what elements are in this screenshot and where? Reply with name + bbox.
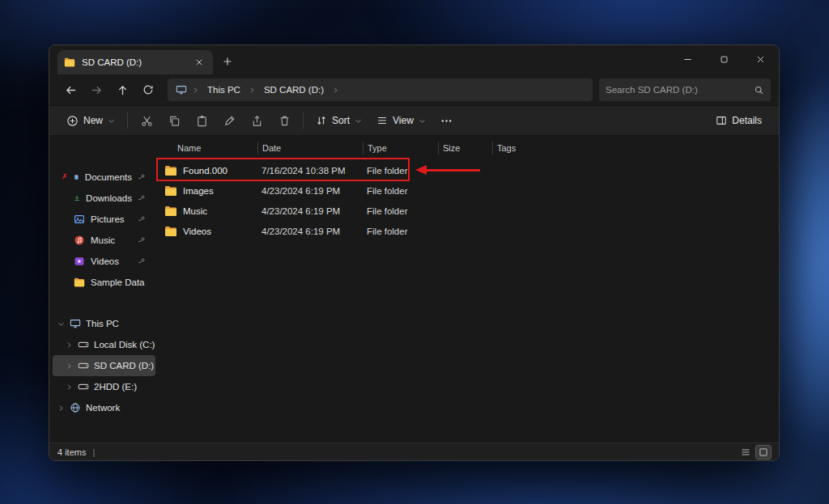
column-headers: Name Date Type Size Tags <box>159 138 779 158</box>
details-pane-label: Details <box>732 115 762 126</box>
navigation-bar: This PC SD CARD (D:) <box>49 74 779 105</box>
drive-icon <box>78 381 89 392</box>
pin-icon <box>138 257 146 265</box>
pin-icon <box>138 215 146 223</box>
tab-bar: SD CARD (D:) <box>49 45 779 74</box>
maximize-button[interactable] <box>706 45 742 73</box>
details-pane-button[interactable]: Details <box>708 111 769 130</box>
chevron-down-icon <box>108 117 115 125</box>
address-bar[interactable]: This PC SD CARD (D:) <box>168 78 593 101</box>
see-more-button[interactable] <box>433 108 461 133</box>
search-box[interactable] <box>599 78 771 101</box>
pin-icon <box>138 236 146 244</box>
command-bar: New Sort <box>49 105 779 136</box>
sidebar-item-sample-data[interactable]: Sample Data <box>53 272 155 293</box>
sidebar-item-videos[interactable]: Videos <box>53 251 155 272</box>
sidebar-section-gap <box>49 293 159 313</box>
file-name: Music <box>183 206 207 216</box>
breadcrumb-chevron-icon <box>192 87 199 94</box>
drive-icon <box>78 360 89 371</box>
column-header-tags[interactable]: Tags <box>492 142 551 155</box>
chevron-down-icon[interactable] <box>57 320 65 328</box>
close-button[interactable] <box>742 45 779 73</box>
column-header-type[interactable]: Type <box>363 142 438 155</box>
sidebar-item-label: Network <box>86 403 120 413</box>
sync-error-icon: ✗ <box>62 173 68 180</box>
item-count: 4 items <box>57 447 86 457</box>
sidebar-item-downloads[interactable]: Downloads <box>53 188 155 209</box>
file-row-images[interactable]: Images 4/23/2024 6:19 PM File folder <box>159 180 779 201</box>
this-pc-icon <box>70 318 81 329</box>
new-button[interactable]: New <box>59 111 122 131</box>
sidebar-item-local-disk-c[interactable]: Local Disk (C:) <box>53 334 155 355</box>
sidebar-item-pictures[interactable]: Pictures <box>53 209 155 230</box>
file-name: Images <box>183 186 214 196</box>
toolbar-separator <box>303 112 304 129</box>
folder-icon <box>74 277 85 288</box>
file-row-videos[interactable]: Videos 4/23/2024 6:19 PM File folder <box>159 221 779 241</box>
sidebar-item-label: Sample Data <box>91 277 144 287</box>
pin-icon <box>138 194 146 202</box>
copy-button[interactable] <box>160 108 188 133</box>
network-icon <box>70 402 81 413</box>
column-header-name[interactable]: Name <box>159 142 257 155</box>
file-row-found000[interactable]: Found.000 7/16/2024 10:38 PM File folder <box>159 160 779 180</box>
column-header-date[interactable]: Date <box>257 142 363 155</box>
sidebar-item-sd-card-d[interactable]: SD CARD (D:) <box>53 355 155 376</box>
file-name: Found.000 <box>183 166 227 176</box>
search-input[interactable] <box>606 85 754 95</box>
pictures-icon <box>74 214 85 225</box>
column-header-size[interactable]: Size <box>438 142 492 155</box>
share-button[interactable] <box>243 108 270 133</box>
up-button[interactable] <box>109 78 135 102</box>
status-bar: 4 items | <box>49 443 779 460</box>
new-tab-button[interactable] <box>218 52 237 71</box>
file-date: 4/23/2024 6:19 PM <box>257 206 363 216</box>
breadcrumb-sd-card[interactable]: SD CARD (D:) <box>261 83 327 96</box>
file-type: File folder <box>363 227 438 236</box>
view-toggles <box>738 446 771 459</box>
sidebar-item-documents[interactable]: ✗ Documents <box>53 167 155 188</box>
sidebar-item-label: 2HDD (E:) <box>94 382 137 392</box>
large-icons-view-icon[interactable] <box>756 446 771 459</box>
search-icon[interactable] <box>754 85 764 95</box>
toolbar-separator <box>127 112 128 129</box>
sidebar-item-music[interactable]: Music <box>53 230 155 251</box>
explorer-tab[interactable]: SD CARD (D:) <box>57 50 213 74</box>
forward-button[interactable] <box>83 78 109 102</box>
sidebar-item-this-pc[interactable]: This PC <box>53 313 155 334</box>
file-type: File folder <box>363 186 438 196</box>
folder-icon <box>164 205 177 218</box>
sort-button[interactable]: Sort <box>308 111 369 130</box>
chevron-right-icon[interactable] <box>57 404 65 412</box>
drive-icon <box>78 339 89 350</box>
chevron-right-icon[interactable] <box>66 362 73 370</box>
file-name: Videos <box>183 227 211 236</box>
breadcrumb-this-pc[interactable]: This PC <box>204 83 244 96</box>
refresh-button[interactable] <box>135 78 161 102</box>
delete-button[interactable] <box>270 108 298 133</box>
minimize-button[interactable] <box>670 45 706 73</box>
folder-icon <box>164 184 177 197</box>
chevron-right-icon[interactable] <box>66 341 73 349</box>
cut-button[interactable] <box>133 108 160 133</box>
sidebar-item-label: Pictures <box>91 214 125 224</box>
file-list-area: Name Date Type Size Tags Found.000 7/16/… <box>159 136 779 443</box>
tab-close-icon[interactable] <box>192 55 206 70</box>
details-view-icon[interactable] <box>738 446 753 459</box>
chevron-right-icon[interactable] <box>66 383 73 391</box>
file-date: 4/23/2024 6:19 PM <box>257 227 363 236</box>
music-icon <box>74 235 85 246</box>
back-button[interactable] <box>57 78 83 102</box>
sidebar-item-label: Music <box>91 235 115 245</box>
sidebar-item-network[interactable]: Network <box>53 397 155 418</box>
sort-button-label: Sort <box>332 115 350 126</box>
rename-button[interactable] <box>215 108 243 133</box>
file-type: File folder <box>363 166 438 176</box>
view-button[interactable]: View <box>369 111 433 130</box>
sidebar: ✗ Documents Downloads Pictures <box>49 136 159 443</box>
file-row-music[interactable]: Music 4/23/2024 6:19 PM File folder <box>159 201 779 221</box>
sidebar-item-2hdd-e[interactable]: 2HDD (E:) <box>53 376 155 397</box>
paste-button[interactable] <box>188 108 215 133</box>
breadcrumb-chevron-icon <box>249 87 256 94</box>
